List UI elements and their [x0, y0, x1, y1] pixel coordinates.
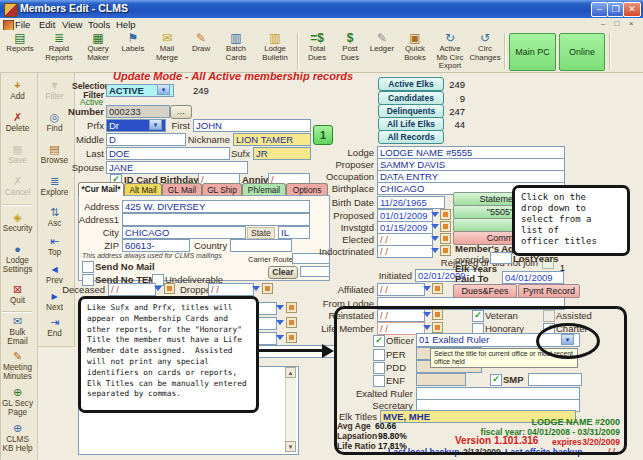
veteran-checkbox[interactable] [472, 310, 484, 322]
dropped-calendar-icon[interactable] [262, 283, 273, 294]
sidebar-item-save[interactable]: ▦ Save [1, 140, 34, 168]
number-browse-button[interactable]: ... [170, 105, 192, 119]
smp-field[interactable] [528, 373, 582, 386]
main-pc-button[interactable]: Main PC [509, 33, 556, 71]
life-member-dropdown-icon[interactable] [423, 325, 431, 330]
address-field[interactable]: 425 W. DIVERSEY [122, 200, 310, 213]
online-button[interactable]: Online [559, 33, 605, 71]
clear-button[interactable]: Clear [268, 266, 298, 279]
reinstated-calendar-icon[interactable] [432, 309, 443, 320]
nickname-field[interactable]: LION TAMER [233, 133, 311, 146]
hidden-date-calendar-icon[interactable] [286, 317, 297, 328]
menu-edit[interactable]: Edit [39, 19, 55, 30]
carrier-route-field2[interactable] [300, 266, 330, 277]
hidden-date-dropdown-icon[interactable] [276, 320, 284, 325]
proposed-dropdown-icon[interactable] [431, 212, 439, 217]
affiliated-dropdown-icon[interactable] [423, 286, 431, 291]
mdi-minimize-icon[interactable]: – [597, 19, 609, 29]
sidebar-item-lodge-settings[interactable]: ● Lodge Settings [1, 240, 34, 276]
officer-checkbox[interactable] [373, 335, 385, 347]
last-name-field[interactable]: DOE [106, 147, 230, 160]
affiliated-field[interactable]: / / [377, 283, 425, 296]
invstgtd-dropdown-icon[interactable] [431, 224, 439, 229]
city-field[interactable]: CHICAGO [122, 226, 246, 239]
affiliated-calendar-icon[interactable] [432, 283, 443, 294]
per-checkbox[interactable] [373, 349, 385, 361]
deceased-dropdown-icon[interactable] [154, 286, 162, 291]
menu-file[interactable]: File [15, 19, 30, 30]
menu-tools[interactable]: Tools [88, 19, 110, 30]
paid-to-field[interactable]: 04/01/2009 [502, 271, 564, 284]
prfx-dropdown-icon[interactable] [149, 119, 162, 130]
first-name-field[interactable]: JOHN [193, 119, 311, 132]
menu-view[interactable]: View [62, 19, 82, 30]
indoctrinated-calendar-icon[interactable] [440, 245, 451, 256]
hidden-date-dropdown-icon[interactable] [276, 335, 284, 340]
lodge-bulletin-button[interactable]: ▥ Lodge Bulletin [256, 32, 294, 70]
reinstated-field[interactable]: / / [377, 309, 425, 322]
enf-checkbox[interactable] [373, 375, 385, 387]
country-field[interactable] [230, 239, 292, 252]
menu-help[interactable]: Help [116, 19, 136, 30]
memo-scrollbar[interactable] [285, 367, 296, 452]
draw-button[interactable]: ✎ Draw [186, 32, 216, 70]
deceased-field[interactable]: / / [108, 283, 156, 296]
sidebar-item-end[interactable]: ⇥ End [38, 314, 71, 340]
mdi-close-icon[interactable]: × [625, 19, 637, 29]
scroll-down-icon[interactable]: ▼ [285, 441, 296, 452]
hidden-date-calendar-icon[interactable] [286, 302, 297, 313]
invstgtd-calendar-icon[interactable] [440, 221, 451, 232]
sidebar-item-gl-secy-page[interactable]: ⊕ GL Secy Page [1, 384, 34, 418]
life-member-calendar-icon[interactable] [432, 322, 443, 333]
sidebar-item-quit[interactable]: ⊠ Quit [1, 280, 34, 308]
sidebar-item-explore[interactable]: ≣ Explore [38, 172, 71, 200]
reports-button[interactable]: ▤ Reports [2, 32, 38, 70]
officer-title-dropdown-icon[interactable] [561, 334, 574, 345]
elected-dropdown-icon[interactable] [431, 236, 439, 241]
hidden-date-calendar-icon[interactable] [286, 332, 297, 343]
birth-date-field[interactable]: 11/26/1965 [377, 196, 445, 209]
selection-filter-dropdown-icon[interactable] [157, 84, 170, 95]
sidebar-item-bulk-email[interactable]: ✉ Bulk Email [1, 314, 34, 346]
sidebar-item-filter[interactable]: ▼ Filter [38, 76, 71, 104]
sidebar-item-delete[interactable]: ✗ Delete [1, 108, 34, 136]
circ-changes-button[interactable]: ↺ Circ Changes [469, 32, 501, 70]
all-records-button[interactable]: All Records [378, 130, 444, 144]
zip-field[interactable]: 60613- [122, 239, 190, 252]
hidden-date-dropdown-icon[interactable] [276, 305, 284, 310]
ledger-button[interactable]: ✎ Ledger [367, 32, 397, 70]
elected-calendar-icon[interactable] [440, 233, 451, 244]
dropped-dropdown-icon[interactable] [252, 286, 260, 291]
sidebar-item-cancel[interactable]: ✗ Cancel [1, 172, 34, 200]
mail-merge-button[interactable]: ✉ Mail Merge [150, 32, 184, 70]
proposed-calendar-icon[interactable] [440, 209, 451, 220]
active-mb-circ-export-button[interactable]: ↻ Active Mb Circ Export [433, 32, 467, 70]
tab-cur-mail[interactable]: *Cur Mail* [78, 182, 124, 196]
smp-checkbox[interactable] [490, 374, 502, 386]
close-icon[interactable]: ✕ [623, 2, 641, 17]
query-maker-button[interactable]: ▦ Query Maker [80, 32, 116, 70]
rapid-reports-button[interactable]: ≣ Rapid Reports [40, 32, 78, 70]
sidebar-item-meeting-minutes[interactable]: ✎ Meeting Minutes [1, 348, 34, 382]
batch-cards-button[interactable]: ▥ Batch Cards [218, 32, 254, 70]
officer-title-select[interactable]: 01 Exalted Ruler [416, 333, 580, 347]
minimize-icon[interactable]: – [591, 2, 608, 17]
address1-field[interactable] [122, 213, 310, 226]
deceased-calendar-icon[interactable] [164, 283, 175, 294]
sidebar-item-clms-kb-help[interactable]: ⊕ CLMS KB Help [1, 420, 34, 454]
sidebar-item-security[interactable]: ◈ Security [1, 208, 34, 236]
dropped-field[interactable]: / / [208, 283, 254, 296]
scroll-up-icon[interactable]: ▲ [285, 367, 296, 378]
labels-button[interactable]: ⚑ Labels [118, 32, 148, 70]
number-field[interactable]: 000233 [106, 105, 170, 118]
send-no-mail-checkbox[interactable] [82, 261, 94, 273]
restore-icon[interactable]: ❒ [607, 2, 624, 17]
post-dues-button[interactable]: $ Post Dues [335, 32, 365, 70]
indoctrinated-dropdown-icon[interactable] [431, 248, 439, 253]
quick-books-button[interactable]: ▣ Quick Books [399, 32, 431, 70]
pymt-record-button[interactable]: Pymt Record [518, 284, 580, 298]
sidebar-item-add[interactable]: + Add [1, 76, 34, 104]
pdd-checkbox[interactable] [373, 362, 385, 374]
dues-fees-button[interactable]: Dues&Fees [453, 284, 517, 298]
reinstated-dropdown-icon[interactable] [423, 312, 431, 317]
